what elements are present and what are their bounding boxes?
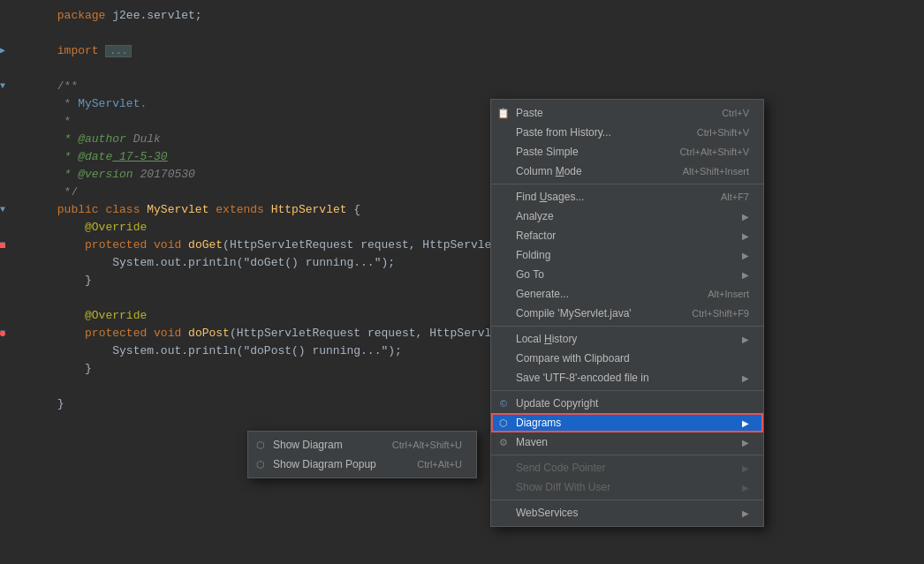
copyright-icon: ©: [496, 398, 511, 409]
sp-14b: [181, 238, 188, 252]
menu-item-diagrams[interactable]: ⬡ Diagrams ▶: [491, 413, 763, 432]
close-brace-1: }: [57, 274, 92, 287]
show-diff-user-label: Show Diff With User: [516, 481, 738, 493]
menu-item-refactor[interactable]: Refactor ▶: [491, 226, 763, 245]
paste-simple-shortcut: Ctrl+Alt+Shift+V: [679, 147, 749, 157]
sp4: [264, 203, 271, 216]
maven-icon: ⚙: [496, 437, 511, 448]
refactor-arrow: ▶: [742, 231, 749, 241]
show-diagram-shortcut: Ctrl+Alt+Shift+U: [392, 440, 462, 450]
fn-dopost: doPost: [188, 327, 230, 340]
class-close-brace: }: [57, 397, 64, 410]
error-dot-1: [0, 243, 5, 248]
menu-item-webservices[interactable]: WebServices ▶: [491, 503, 763, 523]
dopost-params: (HttpServletRequest request, HttpServlet…: [230, 327, 512, 340]
paste-icon: 📋: [496, 108, 511, 119]
code-line-3: ▶ import ...: [0, 42, 924, 60]
goto-label: Go To: [516, 268, 738, 281]
generate-label: Generate...: [516, 288, 690, 300]
webservices-arrow: ▶: [742, 508, 749, 518]
menu-item-paste[interactable]: 📋 Paste Ctrl+V: [491, 103, 763, 123]
import-collapsed: ...: [105, 45, 132, 57]
doget-params: (HttpServletRequest request, HttpServlet…: [223, 238, 512, 252]
update-copyright-label: Update Copyright: [516, 397, 749, 410]
menu-item-paste-history[interactable]: Paste from History... Ctrl+Shift+V: [491, 123, 763, 142]
send-code-pointer-arrow: ▶: [742, 463, 749, 473]
menu-item-compare-clipboard[interactable]: Compare with Clipboard: [491, 349, 763, 368]
maven-label: Maven: [516, 436, 738, 448]
show-diagram-label: Show Diagram: [273, 439, 375, 451]
show-diagram-icon: ⬡: [254, 440, 268, 451]
save-encoded-arrow: ▶: [742, 373, 749, 383]
diagrams-arrow: ▶: [742, 418, 749, 428]
menu-item-analyze[interactable]: Analyze ▶: [491, 207, 763, 226]
folding-label: Folding: [516, 249, 738, 261]
menu-item-compile[interactable]: Compile 'MyServlet.java' Ctrl+Shift+F9: [491, 304, 763, 323]
kw-protected-1: protected: [85, 238, 147, 252]
fold-icon-3: ▶: [0, 42, 12, 60]
fn-doget: doGet: [188, 238, 223, 252]
menu-item-column-mode[interactable]: Column Mode Alt+Shift+Insert: [491, 162, 763, 181]
menu-item-send-code-pointer: Send Code Pointer ▶: [491, 458, 763, 478]
separator-1: [491, 184, 763, 184]
local-history-arrow: ▶: [742, 335, 749, 344]
kw-import: import: [57, 44, 99, 57]
fold-icon-12: ▼: [0, 201, 12, 219]
menu-item-folding[interactable]: Folding ▶: [491, 245, 763, 265]
compile-shortcut: Ctrl+Shift+F9: [692, 308, 749, 319]
cmt-link: MyServlet: [78, 97, 140, 110]
separator-2: [491, 326, 763, 327]
kw-void-1: void: [154, 238, 181, 252]
menu-item-generate[interactable]: Generate... Alt+Insert: [491, 284, 763, 304]
line-content-23: }: [12, 378, 64, 431]
menu-item-paste-simple[interactable]: Paste Simple Ctrl+Alt+Shift+V: [491, 142, 763, 162]
error-dot-2: [0, 331, 5, 336]
paste-label: Paste: [516, 107, 704, 119]
show-diagram-popup-shortcut: Ctrl+Alt+U: [417, 459, 462, 470]
diagrams-submenu: ⬡ Show Diagram Ctrl+Alt+Shift+U ⬡ Show D…: [247, 431, 477, 478]
sp-14a: [147, 238, 154, 252]
package-name: j2ee.servlet;: [105, 9, 201, 22]
paste-history-shortcut: Ctrl+Shift+V: [697, 127, 749, 138]
submenu-item-show-diagram[interactable]: ⬡ Show Diagram Ctrl+Alt+Shift+U: [248, 435, 476, 455]
menu-item-find-usages[interactable]: Find Usages... Alt+F7: [491, 187, 763, 207]
diagrams-icon: ⬡: [496, 417, 511, 429]
fold-icon-5: ▼: [0, 78, 12, 95]
code-line-22: [0, 378, 924, 395]
kw-void-2: void: [154, 327, 181, 340]
compile-label: Compile 'MyServlet.java': [516, 307, 674, 320]
folding-arrow: ▶: [742, 251, 749, 260]
compare-clipboard-label: Compare with Clipboard: [516, 352, 749, 365]
find-usages-shortcut: Alt+F7: [721, 192, 749, 202]
menu-item-goto[interactable]: Go To ▶: [491, 265, 763, 284]
close-brace-2: }: [57, 362, 92, 375]
local-history-label: Local History: [516, 333, 738, 345]
diagrams-label: Diagrams: [516, 417, 738, 429]
show-diagram-popup-label: Show Diagram Popup: [273, 458, 399, 470]
code-line-23: }: [0, 395, 924, 413]
kw-protected-2: protected: [85, 327, 147, 340]
classname: MyServlet: [147, 203, 208, 216]
menu-item-save-encoded[interactable]: Save 'UTF-8'-encoded file in ▶: [491, 368, 763, 387]
keyword-package: package: [57, 9, 106, 22]
menu-item-maven[interactable]: ⚙ Maven ▶: [491, 432, 763, 452]
separator-3: [491, 390, 763, 391]
sp-19b: [181, 327, 188, 340]
paste-history-label: Paste from History...: [516, 126, 679, 139]
column-mode-label: Column Mode: [516, 165, 665, 177]
indent-19: [57, 327, 85, 340]
code-editor: package j2ee.servlet; ▶ import ... ▼ /**…: [0, 0, 924, 564]
submenu-item-show-diagram-popup[interactable]: ⬡ Show Diagram Popup Ctrl+Alt+U: [248, 455, 476, 474]
menu-item-local-history[interactable]: Local History ▶: [491, 329, 763, 349]
show-diagram-popup-icon: ⬡: [254, 459, 268, 470]
sp-19a: [147, 327, 154, 340]
save-encoded-label: Save 'UTF-8'-encoded file in: [516, 372, 738, 384]
send-code-pointer-label: Send Code Pointer: [516, 462, 738, 474]
menu-item-update-copyright[interactable]: © Update Copyright: [491, 394, 763, 413]
doc-version-val: 20170530: [133, 168, 195, 181]
code-line-10: * @version 20170530: [0, 166, 924, 184]
refactor-label: Refactor: [516, 229, 738, 242]
webservices-label: WebServices: [516, 507, 738, 519]
indent-14: [57, 238, 85, 252]
context-menu: 📋 Paste Ctrl+V Paste from History... Ctr…: [490, 99, 764, 527]
